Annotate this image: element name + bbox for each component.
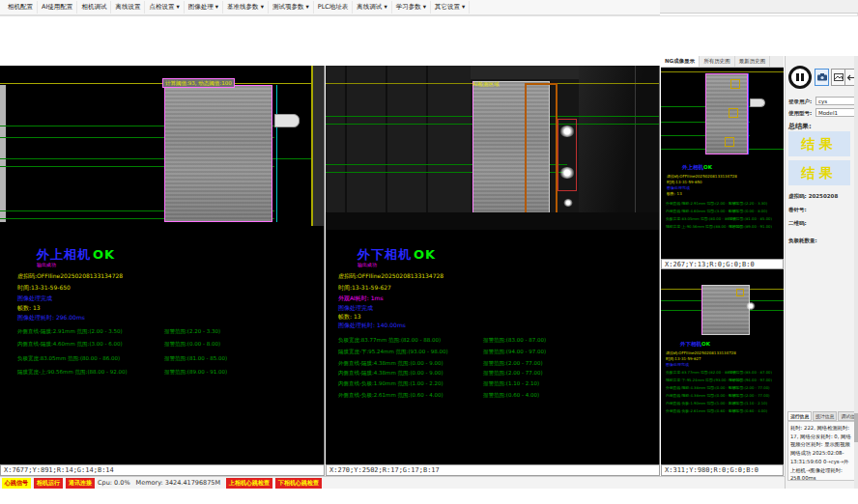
tool-image-processing[interactable]: 图像处理 ▾ <box>185 1 223 14</box>
pause-button[interactable] <box>788 66 812 89</box>
measurement-alarm: 报警范围:(89.00 - 91.00) <box>729 224 772 229</box>
tab-run-info[interactable]: 运行信息 <box>787 411 812 421</box>
measurement-text: 外侧直线-隔膜:2.91mm 范围:(2.00 - 3.50) <box>17 328 123 335</box>
measurement-alarm: 报警范围:(89.00 - 91.00) <box>164 369 227 376</box>
measurement-text: 内侧直线-隔膜:4.60mm 范围:(3.00 - 6.00) <box>17 341 123 348</box>
capture-time: 时间:13-31-59-650 <box>17 284 71 293</box>
measurement-text: 内侧直线-负极:1.90mm 范围:(1.00 - 2.20) <box>666 401 738 406</box>
tool-spotcheck-settings[interactable]: 点检设置 ▾ <box>145 1 184 14</box>
measurement-row: 外侧直线-隔膜:2.91mm 范围:(2.00 - 3.50) 报警范围:(2.… <box>661 201 784 207</box>
capture-time: 时间:13-31-59-627 <box>338 284 391 293</box>
tab-latest-history[interactable]: 最新历史图 <box>735 56 771 67</box>
measurement-row: 外侧直线-负极:2.61mm 范围:(0.60 - 4.00) 报警范围:(0.… <box>326 392 659 400</box>
capture-time: 时间:13-31-59-650 <box>667 180 702 184</box>
memory-usage: Memory: 3424.41796875M <box>136 479 221 487</box>
tool-baseline-params[interactable]: 基准线参数 ▾ <box>223 1 269 14</box>
process-elapsed: 图像处理耗时: 140.00ms <box>338 322 406 330</box>
measurement-alarm: 报警范围:(2.00 - 77.00) <box>483 360 543 367</box>
login-user-field[interactable] <box>815 97 856 105</box>
camera-view-upper[interactable]: 计算阈值:93, 动态阈值:100 外上相机OK 输出成功 虚拟码:OFFIli… <box>0 66 325 464</box>
measurement-row: 内侧直线-负极:1.90mm 范围:(1.00 - 2.20) 报警范围:(1.… <box>326 380 659 388</box>
thumb-lower-coords: X:311;Y:980;R:0;G:0;B:0 <box>661 464 784 476</box>
measurement-alarm: 报警范围:(2.20 - 3.30) <box>729 201 767 206</box>
qr-code-label: 二维码: <box>788 220 807 227</box>
image-bottom-band <box>326 212 660 230</box>
snapshot-button[interactable] <box>831 69 845 86</box>
tool-learn-params[interactable]: 学习参数 ▾ <box>392 1 431 14</box>
ai-elapsed: 外观AI耗时: 1ms <box>338 294 384 303</box>
measurement-alarm: 报警范围:(94.00 - 97.00) <box>729 378 772 382</box>
needle-number-label: 卷针号: <box>788 207 807 213</box>
measurement-row: 外侧直线-隔膜:4.38mm 范围:(0.00 - 9.00) 报警范围:(2.… <box>661 385 784 391</box>
ai-region-label: AI检测区域 <box>472 81 499 88</box>
tab-all-history[interactable]: 所有历史图 <box>700 56 735 67</box>
tool-camera-config[interactable]: 相机配置 <box>4 1 38 14</box>
runtime-stats-text: 耗时: 222, 网络检测耗时: 17, 网络分发耗时: 0, 网络视频分区耗时… <box>787 421 855 481</box>
camera-capture-button[interactable] <box>815 69 829 86</box>
camera-name: 外下相机 <box>680 341 701 347</box>
measurement-row: 隔膜宽度-下:95.24mm 范围:(93.00 - 98.00) 报警范围:(… <box>661 378 784 383</box>
tool-offline-debug[interactable]: 离线调试 ▾ <box>353 1 391 14</box>
measurement-row: 隔膜宽度-下:95.24mm 范围:(93.00 - 98.00) 报警范围:(… <box>326 349 659 356</box>
thumb-view-lower[interactable]: 外下相机OK 虚拟码:OFFIline20250208133134728 时间:… <box>661 269 784 464</box>
virtual-code: 虚拟码:OFFIline20250208133134728 <box>667 174 737 179</box>
tool-other-settings[interactable]: 其它设置 ▾ <box>431 1 470 14</box>
measurement-row: 内侧直线-隔膜:4.38mm 范围:(0.00 - 9.00) 报警范围:(2.… <box>661 393 784 399</box>
measurement-alarm: 报警范围:(0.60 - 4.00) <box>483 392 539 399</box>
measurement-text: 隔膜宽度-上:90.56mm 范围:(88.00 - 92.00) <box>17 369 128 376</box>
result-box-upper: 结果 <box>788 131 850 156</box>
frame-count: 帧数: 13 <box>338 313 361 322</box>
scrollbar-thumb[interactable] <box>854 413 858 442</box>
structure-line <box>426 66 428 230</box>
camera-view-lower[interactable]: AI检测区域 外下相机OK 输出成功 虚拟码:OFFIline202502081… <box>326 66 660 464</box>
measurement-text: 外侧直线-负极:2.61mm 范围:(0.60 - 4.00) <box>666 408 738 413</box>
virtual-code: 虚拟码:OFFIline20250208133134728 <box>338 272 443 281</box>
measurement-text: 隔膜宽度-下:95.24mm 范围:(93.00 - 98.00) <box>338 349 448 355</box>
measurement-alarm: 报警范围:(81.00 - 85.00) <box>164 355 227 362</box>
pause-icon <box>801 73 804 81</box>
measurement-row: 外侧直线-隔膜:4.38mm 范围:(0.00 - 9.00) 报警范围:(2.… <box>326 360 659 368</box>
measurement-row: 隔膜宽度-上:90.56mm 范围:(88.00 - 92.00) 报警范围:(… <box>661 224 784 230</box>
tab-stat-info[interactable]: 统计信息 <box>813 411 837 421</box>
tool-offline-settings[interactable]: 离线设置 <box>111 1 145 14</box>
virtual-code-label: 虚拟码: 20250208 <box>788 193 838 200</box>
thumb-view-upper[interactable]: 外上相机OK 虚拟码:OFFIline20250208133134728 时间:… <box>661 68 784 259</box>
measurement-text: 内侧直线-隔膜:4.60mm 范围:(3.00 - 6.00) <box>666 209 738 213</box>
measurement-alarm: 报警范围:(2.00 - 77.00) <box>729 385 770 390</box>
tool-ai-config[interactable]: AI使用配置 <box>38 1 77 14</box>
measurement-text: 内侧直线-负极:1.90mm 范围:(1.00 - 2.20) <box>338 380 443 387</box>
measurement-text: 外侧直线-隔膜:2.91mm 范围:(2.00 - 3.50) <box>666 201 738 206</box>
right-scrollbar[interactable] <box>854 56 858 489</box>
upper-camera-coords: X:7677;Y:891;R:14;G:14;B:14 <box>0 464 325 476</box>
reflection-highlight <box>746 302 756 310</box>
measurement-alarm: 报警范围:(2.20 - 3.30) <box>164 328 220 335</box>
measurement-alarm: 报警范围:(83.00 - 87.00) <box>483 337 546 344</box>
tab-connector-region <box>750 98 765 107</box>
tool-camera-debug[interactable]: 相机调试 <box>77 1 111 14</box>
tool-plc-address[interactable]: PLC地址表 <box>314 1 354 14</box>
model-field[interactable] <box>815 108 856 117</box>
camera-icon <box>817 73 827 81</box>
measurement-row: 隔膜宽度-上:90.56mm 范围:(88.00 - 92.00) 报警范围:(… <box>0 369 324 377</box>
model-label: 使用型号: <box>788 110 812 117</box>
measurement-alarm: 报警范围:(0.00 - 8.00) <box>729 209 767 213</box>
measurement-alarm: 报警范围:(0.00 - 8.00) <box>164 341 220 348</box>
measurement-alarm: 报警范围:(94.00 - 97.00) <box>483 349 546 355</box>
measurement-row: 外侧直线-负极:2.61mm 范围:(0.60 - 4.00) 报警范围:(0.… <box>661 408 784 414</box>
inspect-box-overlay <box>736 289 744 296</box>
process-done-label: 图像处理完成 <box>666 362 689 367</box>
electrode-image-region <box>164 85 272 222</box>
tab-ng-display[interactable]: NG成像显示 <box>661 56 700 67</box>
app-window: CYS-视觉检测系统 ─ ☐ ✕ 系统配置 相机配置 通讯配置 IO手配置 ▾ … <box>0 0 858 504</box>
tool-test-params[interactable]: 测试项参数 ▾ <box>269 1 314 14</box>
ai-detect-rect-overlay <box>525 83 558 222</box>
anode-count-label: 负极耗数量: <box>788 238 817 244</box>
measurement-alarm: 报警范围:(2.00 - 77.00) <box>729 393 770 398</box>
measurement-row: 内侧直线-隔膜:4.60mm 范围:(3.00 - 6.00) 报警范围:(0.… <box>661 209 784 214</box>
virtual-code-value: 20250208 <box>809 193 839 199</box>
measurement-text: 负极宽度:83.05mm 范围:(80.00 - 86.00) <box>17 355 120 362</box>
structure-line <box>386 66 387 230</box>
measurement-text: 外侧直线-负极:2.61mm 范围:(0.60 - 4.00) <box>338 392 443 399</box>
camera-name: 外下相机 <box>358 247 412 262</box>
process-done-label: 图像处理完成 <box>17 294 52 303</box>
